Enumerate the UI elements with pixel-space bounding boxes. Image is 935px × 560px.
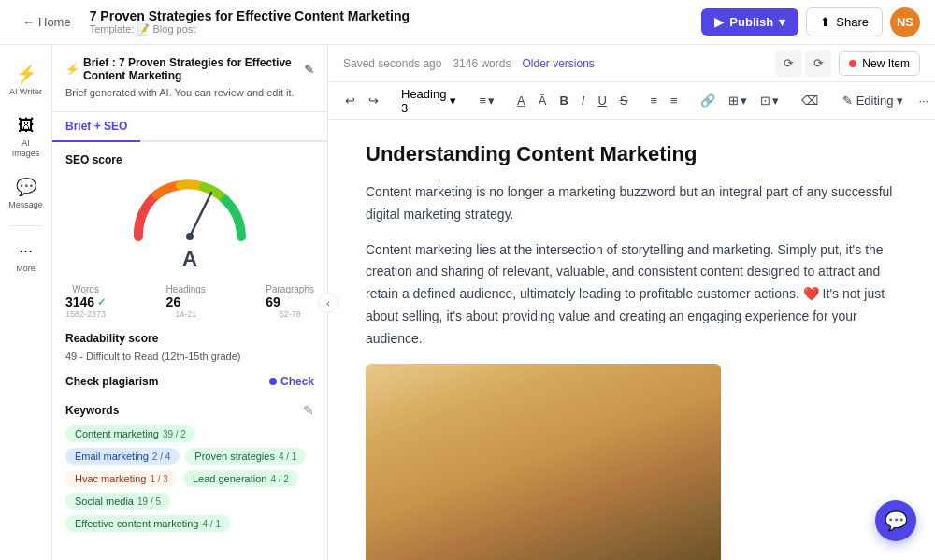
collapse-panel-button[interactable]: ‹ <box>318 293 338 313</box>
brief-description: Brief generated with AI. You can review … <box>65 86 314 100</box>
new-item-label: New Item <box>862 57 910 70</box>
seo-stats: Words 3146 ✓ 1582-2373 Headings 26 14-21… <box>65 284 314 319</box>
editor-actions: ⟳ ⟳ New Item <box>775 50 920 77</box>
keyword-chip-effective-content-marketing[interactable]: Effective content marketing 4 / 1 <box>65 515 230 532</box>
brief-lightning-icon: ⚡ <box>65 63 79 76</box>
seo-grade: A <box>182 247 197 271</box>
article-image <box>366 364 721 560</box>
ai-images-icon: 🖼 <box>18 116 35 136</box>
plagiarism-title: Check plagiarism <box>65 375 158 388</box>
user-avatar[interactable]: NS <box>890 7 920 37</box>
sidebar-message-label: Message <box>8 200 43 210</box>
share-button[interactable]: ⬆ Share <box>806 7 883 36</box>
ai-writer-icon: ⚡ <box>16 64 36 84</box>
editor-topbar: Saved seconds ago 3146 words Older versi… <box>328 45 935 82</box>
editing-label: Editing <box>856 93 894 108</box>
seo-gauge: A <box>65 176 314 271</box>
clear-format-button[interactable]: ⌫ <box>796 90 824 111</box>
more-icon: ··· <box>19 241 33 261</box>
underline-button[interactable]: U <box>592 90 611 111</box>
align-chevron: ▾ <box>488 93 495 108</box>
strikethrough-button[interactable]: S <box>614 90 634 111</box>
redo-button[interactable]: ↪ <box>363 90 384 111</box>
toolbar-more-button[interactable]: ··· <box>913 90 934 111</box>
check-dot-icon <box>269 378 277 385</box>
brief-title: ⚡ Brief : 7 Proven Strategies for Effect… <box>65 56 314 82</box>
svg-point-1 <box>186 233 194 240</box>
keyword-chip-lead-generation[interactable]: Lead generation 4 / 2 <box>183 470 298 487</box>
heading-format-label: Heading 3 <box>401 87 446 115</box>
publish-button[interactable]: ▶ Publish ▾ <box>701 8 798 36</box>
stat-words: Words 3146 ✓ 1582-2373 <box>65 284 106 319</box>
image-placeholder <box>366 364 721 560</box>
chat-icon: 💬 <box>885 510 908 532</box>
stat-headings: Headings 26 14-21 <box>166 284 206 319</box>
bold-button[interactable]: B <box>554 90 573 111</box>
icon-sidebar: ⚡ AI Writer 🖼 AI Images 💬 Message ··· Mo… <box>0 45 52 560</box>
image-chevron: ▾ <box>741 93 747 108</box>
history-forward-button[interactable]: ⟳ <box>805 50 831 77</box>
keywords-header: Keywords ✎ <box>65 403 314 418</box>
keyword-chip-email-marketing[interactable]: Email marketing 2 / 4 <box>65 448 180 465</box>
topbar-actions: ▶ Publish ▾ ⬆ Share NS <box>701 7 920 37</box>
brief-edit-icon[interactable]: ✎ <box>304 63 314 77</box>
keyword-chip-content-marketing[interactable]: Content marketing 39 / 2 <box>65 425 195 442</box>
article-paragraph-1: Content marketing is no longer a marketi… <box>366 181 898 226</box>
editing-chevron: ▾ <box>897 93 903 108</box>
message-icon: 💬 <box>16 177 36 197</box>
keywords-edit-icon[interactable]: ✎ <box>303 403 314 418</box>
editing-mode-button[interactable]: ✎ Editing ▾ <box>835 90 912 111</box>
table-dropdown[interactable]: ⊡ ▾ <box>755 90 784 111</box>
article-title: Understanding Content Marketing <box>366 142 898 166</box>
sidebar-divider <box>11 225 41 226</box>
topbar: ← Home 7 Proven Strategies for Effective… <box>0 0 935 45</box>
link-button[interactable]: 🔗 <box>695 90 721 111</box>
home-arrow-icon: ← <box>22 15 35 29</box>
keyword-chip-proven-strategies[interactable]: Proven strategies 4 / 1 <box>185 448 306 465</box>
older-versions-link[interactable]: Older versions <box>522 57 594 70</box>
brief-title-text: Brief : 7 Proven Strategies for Effectiv… <box>83 56 296 82</box>
editor-toolbar: ↩ ↪ Heading 3 ▾ ≡ ▾ A Ā B I U S ≡ ≡ 🔗 <box>328 82 935 120</box>
new-item-dot-icon <box>849 60 856 67</box>
word-count: 3146 words <box>453 57 511 70</box>
keywords-title: Keywords <box>65 404 119 417</box>
table-chevron: ▾ <box>772 93 779 108</box>
sidebar-item-message[interactable]: 💬 Message <box>4 169 49 218</box>
highlight-button[interactable]: Ā <box>533 90 553 111</box>
sidebar-ai-images-label: AI Images <box>9 138 43 159</box>
tab-brief-seo[interactable]: Brief + SEO <box>52 112 140 142</box>
new-item-button[interactable]: New Item <box>839 51 920 76</box>
saved-status: Saved seconds ago <box>343 57 441 70</box>
pencil-icon: ✎ <box>842 93 853 108</box>
bullet-list-button[interactable]: ≡ <box>644 90 663 111</box>
italic-button[interactable]: I <box>576 90 591 111</box>
history-back-button[interactable]: ⟳ <box>775 50 801 77</box>
check-label: Check <box>280 375 314 388</box>
text-color-button[interactable]: A <box>511 90 531 111</box>
undo-button[interactable]: ↩ <box>339 90 361 111</box>
sidebar-more-label: More <box>16 264 36 274</box>
seo-section: SEO score A <box>52 142 327 543</box>
alignment-dropdown[interactable]: ≡ ▾ <box>473 90 500 111</box>
editor-content[interactable]: Understanding Content Marketing Content … <box>328 120 935 560</box>
gauge-wrap <box>129 176 251 241</box>
keywords-section: Keywords ✎ Content marketing 39 / 2 Emai… <box>65 403 314 532</box>
editor-area: Saved seconds ago 3146 words Older versi… <box>328 45 935 560</box>
keyword-chip-hvac-marketing[interactable]: Hvac marketing 1 / 3 <box>65 470 178 487</box>
main-layout: ⚡ AI Writer 🖼 AI Images 💬 Message ··· Mo… <box>0 45 935 560</box>
keyword-chip-social-media[interactable]: Social media 19 / 5 <box>65 493 170 510</box>
home-label: Home <box>38 15 71 29</box>
sidebar-item-more[interactable]: ··· More <box>4 234 49 281</box>
sidebar-item-ai-writer[interactable]: ⚡ AI Writer <box>4 56 49 105</box>
sidebar-item-ai-images[interactable]: 🖼 AI Images <box>4 108 49 166</box>
ordered-list-button[interactable]: ≡ <box>665 90 683 111</box>
align-icon: ≡ <box>479 93 486 108</box>
heading-format-dropdown[interactable]: Heading 3 ▾ <box>396 83 462 119</box>
chat-button[interactable]: 💬 <box>875 500 916 541</box>
readability-score: 49 - Difficult to Read (12th-15th grade) <box>65 351 314 362</box>
plagiarism-check-button[interactable]: Check <box>269 375 314 388</box>
article-paragraph-2: Content marketing lies at the intersecti… <box>366 239 898 351</box>
image-dropdown[interactable]: ⊞ ▾ <box>723 90 753 111</box>
svg-line-0 <box>190 193 211 237</box>
home-button[interactable]: ← Home <box>15 11 79 33</box>
